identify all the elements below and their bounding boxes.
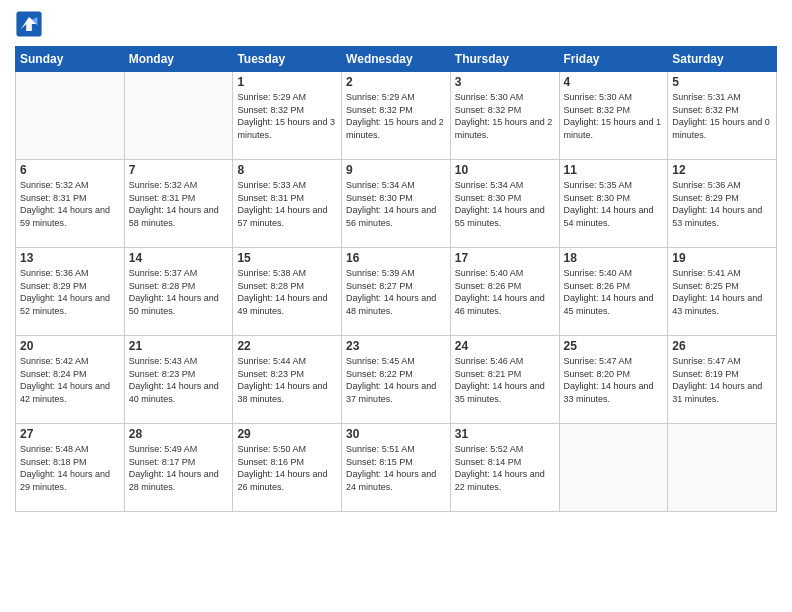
day-info: Sunrise: 5:34 AM Sunset: 8:30 PM Dayligh… bbox=[346, 179, 446, 229]
calendar-cell: 13Sunrise: 5:36 AM Sunset: 8:29 PM Dayli… bbox=[16, 248, 125, 336]
day-info: Sunrise: 5:30 AM Sunset: 8:32 PM Dayligh… bbox=[564, 91, 664, 141]
day-info: Sunrise: 5:33 AM Sunset: 8:31 PM Dayligh… bbox=[237, 179, 337, 229]
week-row-2: 6Sunrise: 5:32 AM Sunset: 8:31 PM Daylig… bbox=[16, 160, 777, 248]
day-info: Sunrise: 5:36 AM Sunset: 8:29 PM Dayligh… bbox=[20, 267, 120, 317]
day-number: 27 bbox=[20, 427, 120, 441]
col-thursday: Thursday bbox=[450, 47, 559, 72]
calendar-cell: 2Sunrise: 5:29 AM Sunset: 8:32 PM Daylig… bbox=[342, 72, 451, 160]
col-sunday: Sunday bbox=[16, 47, 125, 72]
day-number: 3 bbox=[455, 75, 555, 89]
calendar-cell: 8Sunrise: 5:33 AM Sunset: 8:31 PM Daylig… bbox=[233, 160, 342, 248]
calendar-cell bbox=[559, 424, 668, 512]
day-info: Sunrise: 5:29 AM Sunset: 8:32 PM Dayligh… bbox=[346, 91, 446, 141]
calendar-cell: 3Sunrise: 5:30 AM Sunset: 8:32 PM Daylig… bbox=[450, 72, 559, 160]
day-number: 16 bbox=[346, 251, 446, 265]
logo-icon bbox=[15, 10, 43, 38]
week-row-3: 13Sunrise: 5:36 AM Sunset: 8:29 PM Dayli… bbox=[16, 248, 777, 336]
day-info: Sunrise: 5:45 AM Sunset: 8:22 PM Dayligh… bbox=[346, 355, 446, 405]
day-info: Sunrise: 5:39 AM Sunset: 8:27 PM Dayligh… bbox=[346, 267, 446, 317]
calendar-cell: 25Sunrise: 5:47 AM Sunset: 8:20 PM Dayli… bbox=[559, 336, 668, 424]
logo bbox=[15, 10, 47, 38]
day-info: Sunrise: 5:38 AM Sunset: 8:28 PM Dayligh… bbox=[237, 267, 337, 317]
calendar-cell: 16Sunrise: 5:39 AM Sunset: 8:27 PM Dayli… bbox=[342, 248, 451, 336]
day-number: 12 bbox=[672, 163, 772, 177]
day-number: 14 bbox=[129, 251, 229, 265]
col-tuesday: Tuesday bbox=[233, 47, 342, 72]
day-info: Sunrise: 5:46 AM Sunset: 8:21 PM Dayligh… bbox=[455, 355, 555, 405]
day-info: Sunrise: 5:41 AM Sunset: 8:25 PM Dayligh… bbox=[672, 267, 772, 317]
day-number: 1 bbox=[237, 75, 337, 89]
calendar-cell: 27Sunrise: 5:48 AM Sunset: 8:18 PM Dayli… bbox=[16, 424, 125, 512]
col-saturday: Saturday bbox=[668, 47, 777, 72]
day-number: 26 bbox=[672, 339, 772, 353]
calendar-cell: 17Sunrise: 5:40 AM Sunset: 8:26 PM Dayli… bbox=[450, 248, 559, 336]
week-row-5: 27Sunrise: 5:48 AM Sunset: 8:18 PM Dayli… bbox=[16, 424, 777, 512]
calendar-cell: 9Sunrise: 5:34 AM Sunset: 8:30 PM Daylig… bbox=[342, 160, 451, 248]
calendar-cell: 30Sunrise: 5:51 AM Sunset: 8:15 PM Dayli… bbox=[342, 424, 451, 512]
day-info: Sunrise: 5:32 AM Sunset: 8:31 PM Dayligh… bbox=[129, 179, 229, 229]
calendar-cell: 26Sunrise: 5:47 AM Sunset: 8:19 PM Dayli… bbox=[668, 336, 777, 424]
day-info: Sunrise: 5:40 AM Sunset: 8:26 PM Dayligh… bbox=[455, 267, 555, 317]
calendar-cell bbox=[668, 424, 777, 512]
calendar-cell: 7Sunrise: 5:32 AM Sunset: 8:31 PM Daylig… bbox=[124, 160, 233, 248]
day-info: Sunrise: 5:42 AM Sunset: 8:24 PM Dayligh… bbox=[20, 355, 120, 405]
day-number: 6 bbox=[20, 163, 120, 177]
calendar-cell: 22Sunrise: 5:44 AM Sunset: 8:23 PM Dayli… bbox=[233, 336, 342, 424]
day-info: Sunrise: 5:36 AM Sunset: 8:29 PM Dayligh… bbox=[672, 179, 772, 229]
calendar-cell: 15Sunrise: 5:38 AM Sunset: 8:28 PM Dayli… bbox=[233, 248, 342, 336]
day-number: 17 bbox=[455, 251, 555, 265]
day-info: Sunrise: 5:44 AM Sunset: 8:23 PM Dayligh… bbox=[237, 355, 337, 405]
day-number: 25 bbox=[564, 339, 664, 353]
day-number: 22 bbox=[237, 339, 337, 353]
day-number: 23 bbox=[346, 339, 446, 353]
day-number: 13 bbox=[20, 251, 120, 265]
calendar-cell: 18Sunrise: 5:40 AM Sunset: 8:26 PM Dayli… bbox=[559, 248, 668, 336]
col-friday: Friday bbox=[559, 47, 668, 72]
day-info: Sunrise: 5:30 AM Sunset: 8:32 PM Dayligh… bbox=[455, 91, 555, 141]
calendar-cell: 29Sunrise: 5:50 AM Sunset: 8:16 PM Dayli… bbox=[233, 424, 342, 512]
calendar-cell: 19Sunrise: 5:41 AM Sunset: 8:25 PM Dayli… bbox=[668, 248, 777, 336]
day-info: Sunrise: 5:37 AM Sunset: 8:28 PM Dayligh… bbox=[129, 267, 229, 317]
calendar-cell: 28Sunrise: 5:49 AM Sunset: 8:17 PM Dayli… bbox=[124, 424, 233, 512]
calendar-header-row: Sunday Monday Tuesday Wednesday Thursday… bbox=[16, 47, 777, 72]
day-number: 7 bbox=[129, 163, 229, 177]
day-number: 10 bbox=[455, 163, 555, 177]
day-info: Sunrise: 5:49 AM Sunset: 8:17 PM Dayligh… bbox=[129, 443, 229, 493]
calendar-cell: 24Sunrise: 5:46 AM Sunset: 8:21 PM Dayli… bbox=[450, 336, 559, 424]
day-info: Sunrise: 5:52 AM Sunset: 8:14 PM Dayligh… bbox=[455, 443, 555, 493]
week-row-4: 20Sunrise: 5:42 AM Sunset: 8:24 PM Dayli… bbox=[16, 336, 777, 424]
day-info: Sunrise: 5:35 AM Sunset: 8:30 PM Dayligh… bbox=[564, 179, 664, 229]
calendar-cell: 11Sunrise: 5:35 AM Sunset: 8:30 PM Dayli… bbox=[559, 160, 668, 248]
calendar-cell: 12Sunrise: 5:36 AM Sunset: 8:29 PM Dayli… bbox=[668, 160, 777, 248]
week-row-1: 1Sunrise: 5:29 AM Sunset: 8:32 PM Daylig… bbox=[16, 72, 777, 160]
calendar-cell bbox=[16, 72, 125, 160]
day-info: Sunrise: 5:47 AM Sunset: 8:20 PM Dayligh… bbox=[564, 355, 664, 405]
day-info: Sunrise: 5:32 AM Sunset: 8:31 PM Dayligh… bbox=[20, 179, 120, 229]
day-number: 9 bbox=[346, 163, 446, 177]
day-number: 5 bbox=[672, 75, 772, 89]
calendar-cell: 14Sunrise: 5:37 AM Sunset: 8:28 PM Dayli… bbox=[124, 248, 233, 336]
calendar-cell: 6Sunrise: 5:32 AM Sunset: 8:31 PM Daylig… bbox=[16, 160, 125, 248]
calendar-cell: 4Sunrise: 5:30 AM Sunset: 8:32 PM Daylig… bbox=[559, 72, 668, 160]
day-info: Sunrise: 5:40 AM Sunset: 8:26 PM Dayligh… bbox=[564, 267, 664, 317]
header bbox=[15, 10, 777, 38]
day-number: 11 bbox=[564, 163, 664, 177]
day-number: 29 bbox=[237, 427, 337, 441]
day-number: 15 bbox=[237, 251, 337, 265]
col-monday: Monday bbox=[124, 47, 233, 72]
calendar-cell: 31Sunrise: 5:52 AM Sunset: 8:14 PM Dayli… bbox=[450, 424, 559, 512]
calendar: Sunday Monday Tuesday Wednesday Thursday… bbox=[15, 46, 777, 512]
day-number: 2 bbox=[346, 75, 446, 89]
calendar-cell: 1Sunrise: 5:29 AM Sunset: 8:32 PM Daylig… bbox=[233, 72, 342, 160]
day-number: 8 bbox=[237, 163, 337, 177]
calendar-cell: 20Sunrise: 5:42 AM Sunset: 8:24 PM Dayli… bbox=[16, 336, 125, 424]
day-info: Sunrise: 5:51 AM Sunset: 8:15 PM Dayligh… bbox=[346, 443, 446, 493]
day-info: Sunrise: 5:48 AM Sunset: 8:18 PM Dayligh… bbox=[20, 443, 120, 493]
day-number: 21 bbox=[129, 339, 229, 353]
col-wednesday: Wednesday bbox=[342, 47, 451, 72]
day-number: 18 bbox=[564, 251, 664, 265]
day-info: Sunrise: 5:31 AM Sunset: 8:32 PM Dayligh… bbox=[672, 91, 772, 141]
day-info: Sunrise: 5:50 AM Sunset: 8:16 PM Dayligh… bbox=[237, 443, 337, 493]
day-info: Sunrise: 5:43 AM Sunset: 8:23 PM Dayligh… bbox=[129, 355, 229, 405]
calendar-cell: 10Sunrise: 5:34 AM Sunset: 8:30 PM Dayli… bbox=[450, 160, 559, 248]
